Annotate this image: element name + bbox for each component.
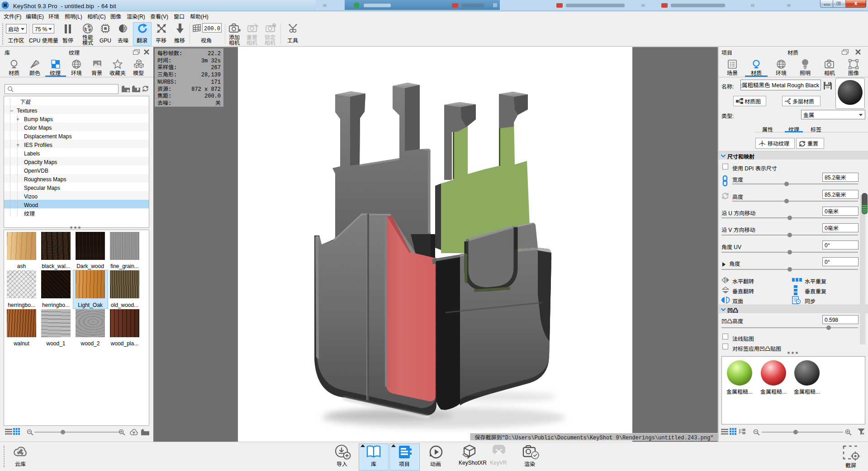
svg-text:P: P bbox=[86, 26, 89, 32]
